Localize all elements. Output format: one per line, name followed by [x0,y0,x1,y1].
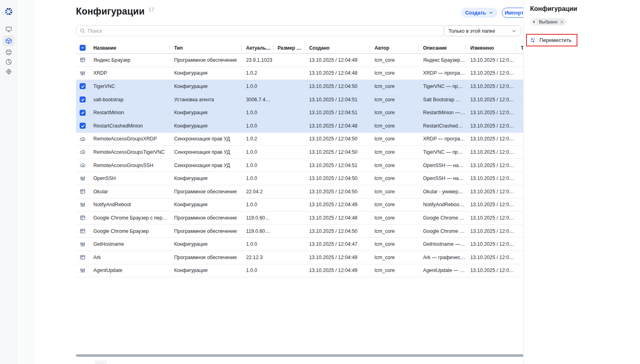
row-modified: 13.10.2025 / 12:0… [465,97,516,103]
monitor-icon [5,26,12,33]
table-row[interactable]: GetHostname Конфигурация 1.0.0 13.10.202… [76,238,545,251]
col-header-size[interactable]: Размер … [273,42,304,53]
table-row[interactable]: RemoteAccessGroupsSSH Синхронизация прав… [76,159,545,172]
table-body: Яндекс Браузер Программное обеспечение 2… [76,54,545,277]
row-name: NotifyAndReboot [88,202,169,207]
row-modified: 13.10.2025 / 12:0… [465,202,516,207]
row-checkbox-checked[interactable] [80,110,86,116]
config-sliders-icon [80,70,86,76]
row-author: lcm_core [370,241,418,247]
row-created: 13.10.2025 / 12:04:48 [304,123,370,129]
row-description: Google Chrome –… [418,228,465,234]
row-description: XRDP — програ… [418,136,465,142]
package-icon [5,38,12,44]
search-input[interactable] [88,28,440,34]
row-description: OpenSSH — наб… [418,163,465,168]
table-row[interactable]: AgentUpdate Конфигурация 1.0.0 13.10.202… [76,264,545,278]
config-sliders-icon [80,202,86,208]
horizontal-scrollbar[interactable] [76,354,545,357]
table-row[interactable]: OpenSSH Конфигурация 1.0.0 13.10.2025 / … [76,172,545,185]
pagination-partial-left[interactable] [94,360,107,364]
row-checkbox-cell [76,110,88,116]
row-modified: 13.10.2025 / 12:0… [465,84,516,89]
row-checkbox-checked[interactable] [80,96,86,103]
row-type: Программное обеспечение [169,189,241,195]
col-header-type[interactable]: Тип [169,42,241,53]
row-checkbox-checked[interactable] [80,83,86,89]
row-author: lcm_core [370,215,418,221]
table-row[interactable]: Ark Программное обеспечение 22.12.3 13.1… [76,251,545,264]
row-created: 13.10.2025 / 12:04:50 [304,176,370,181]
folder-scope-select[interactable]: Только в этой папке [444,25,521,36]
table-row[interactable]: TigerVNC Конфигурация 1.0.0 13.10.2025 /… [76,80,545,93]
main-content: Конфигурации 17 Создать Импортировать То… [34,0,523,364]
table-row[interactable]: Яндекс Браузер Программное обеспечение 2… [76,54,545,67]
row-description: AgentUpdate — … [418,268,465,273]
table-row[interactable]: salt-bootstrap Установка агента 3006.7.4… [76,93,545,107]
row-description: OpenSSH — наб… [418,176,465,181]
row-version: 1.0.0 [241,84,273,89]
table-row[interactable]: RemoteAccessGroupsTigerVNC Синхронизация… [76,146,545,159]
software-icon [80,215,86,221]
sync-cloud-icon [80,162,86,168]
row-type-icon-cell [76,176,88,182]
row-author: lcm_core [370,268,418,273]
col-header-description[interactable]: Описание [418,42,465,53]
sidebar-item-modules[interactable] [3,66,14,77]
row-name: RemoteAccessGroupsXRDP [88,136,169,142]
row-version: 23.9.1.1023 [241,57,273,63]
row-type-icon-cell [76,149,88,155]
row-description: Google Chrome –… [418,215,465,221]
sync-cloud-icon [80,136,86,142]
row-modified: 13.10.2025 / 12:0… [465,176,516,181]
col-header-version[interactable]: Актуаль… [241,42,273,53]
row-checkbox-cell [76,96,88,103]
search-field[interactable] [76,25,444,36]
row-description: TigerVNC — про… [418,84,465,89]
table-row[interactable]: Okular Программное обеспечение 22.04.2 1… [76,185,545,199]
row-name: RemoteAccessGroupsTigerVNC [88,149,169,155]
table-row[interactable]: Google Chrome Браузер Программное обеспе… [76,225,545,238]
create-button[interactable]: Создать [461,8,497,18]
row-version: 119.0.60… [241,215,273,221]
row-checkbox-cell [76,123,88,129]
row-created: 13.10.2025 / 12:04:48 [304,70,370,76]
row-type: Конфигурация [169,176,241,181]
row-type-icon-cell [76,188,88,195]
table-row[interactable]: XRDP Конфигурация 1.0.2 13.10.2025 / 12:… [76,67,545,80]
row-type-icon-cell [76,228,88,234]
row-modified: 13.10.2025 / 12:0… [465,255,516,260]
col-header-author[interactable]: Автор [370,42,418,53]
row-modified: 13.10.2025 / 12:0… [465,241,516,247]
row-name: AgentUpdate [88,268,169,273]
row-type: Конфигурация [169,241,241,247]
row-author: lcm_core [370,136,418,142]
row-created: 13.10.2025 / 12:04:51 [304,163,370,168]
row-type-icon-cell [76,136,88,142]
row-checkbox-checked[interactable] [80,123,86,129]
check-icon [81,111,85,115]
row-checkbox-cell [76,83,88,89]
row-type-icon-cell [76,162,88,168]
table-row[interactable]: Google Chrome Браузер с перез… Программн… [76,211,545,225]
app-logo [4,7,13,16]
table-row[interactable]: RemoteAccessGroupsXRDP Синхронизация пра… [76,133,545,146]
move-button[interactable]: Переместить [527,37,572,43]
row-modified: 13.10.2025 / 12:0… [465,163,516,168]
row-created: 13.10.2025 / 12:04:51 [304,97,370,103]
table-row[interactable]: RestartMinion Конфигурация 1.0.0 13.10.2… [76,106,545,119]
col-header-modified[interactable]: Изменено [465,42,516,53]
row-author: lcm_core [370,57,418,63]
close-icon[interactable] [560,20,564,24]
table-row[interactable]: NotifyAndReboot Конфигурация 1.0.0 13.10… [76,199,545,212]
table-row[interactable]: RestartCrashedMinion Конфигурация 1.0.0 … [76,119,545,133]
row-name: GetHostname [88,241,169,247]
items-count: 17 [148,6,154,13]
col-header-name[interactable]: Название [88,42,169,53]
sidebar-item-computers[interactable] [3,23,14,35]
select-all-checkbox[interactable] [76,42,88,53]
col-header-created[interactable]: Создано [304,42,370,53]
selected-label: Выбрано [539,19,558,24]
sidebar-item-configurations[interactable] [3,35,14,46]
check-icon [81,98,85,102]
